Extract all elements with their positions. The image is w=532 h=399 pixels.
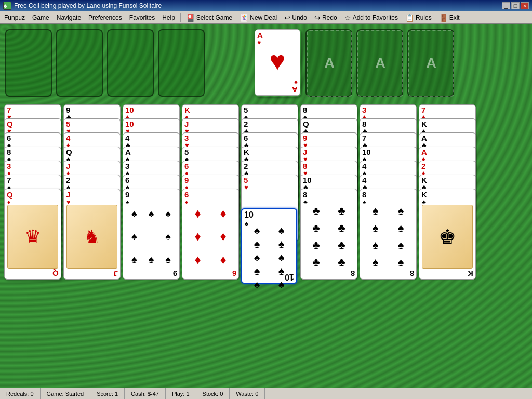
rules-button[interactable]: 📋 Rules bbox=[402, 12, 435, 23]
card3-9s-face[interactable]: 9 ♠ ♠♠♠ ♠♠ ♠♠♠ 9 bbox=[123, 189, 180, 280]
menu-help[interactable]: Help bbox=[159, 13, 178, 22]
status-waste: Waste: 0 bbox=[230, 388, 265, 399]
status-cash: Cash: $-47 bbox=[125, 388, 166, 399]
card6-8c-face[interactable]: 8 ♣ ♣♣♣♣♣♣♣♣ 8 bbox=[300, 189, 357, 280]
menu-favorites[interactable]: Favorites bbox=[126, 13, 158, 22]
column-3[interactable]: 10♦ 10♥ 4♣ A♠ 3♠ 6♠ 9 ♠ ♠♠♠ ♠♠ ♠♠♠ 9 bbox=[123, 104, 180, 323]
card5-10s-selected[interactable]: 10 ♠ ♠♠♠♠♠♠♠♠♠♠ 10 bbox=[241, 208, 297, 284]
menu-separator bbox=[180, 13, 181, 22]
star-icon: ☆ bbox=[344, 14, 351, 22]
freecell-slot-4[interactable] bbox=[158, 29, 205, 97]
window-controls[interactable]: _ □ × bbox=[502, 2, 529, 9]
foundation-slot-spades[interactable]: A bbox=[305, 29, 352, 97]
close-button[interactable]: × bbox=[521, 2, 529, 9]
exit-icon: 🚪 bbox=[439, 14, 448, 22]
freecell-area bbox=[5, 29, 205, 97]
column-8[interactable]: 7♦ K♠ A♣ A♦ 2♦ K♣ K ♣ ♚ K bbox=[419, 104, 476, 323]
title-bar: ♠ Free Cell being played by Lane using F… bbox=[0, 0, 532, 11]
column-6[interactable]: 8♠ Q♣ 9♥ J♥ 8♥ 10♣ 8 ♣ ♣♣♣♣♣♣♣♣ 8 bbox=[300, 104, 357, 323]
foundation-hearts-suit-top: ♥ bbox=[257, 39, 261, 46]
menu-bar: Funpuz Game Navigate Preferences Favorit… bbox=[0, 11, 532, 24]
foundation-hearts-rank: A bbox=[257, 31, 263, 39]
foundation-diamonds-placeholder: A bbox=[357, 30, 403, 97]
menu-preferences[interactable]: Preferences bbox=[85, 13, 125, 22]
card8-k-face[interactable]: K ♣ ♚ K bbox=[419, 189, 476, 280]
status-play: Play: 1 bbox=[166, 388, 196, 399]
window-title: Free Cell being played by Lane using Fun… bbox=[14, 2, 162, 9]
app-icon: ♠ bbox=[3, 2, 11, 10]
foundation-area: A ♥ ♥ A ♥ A A A bbox=[255, 29, 454, 97]
status-redeals: Redeals: 0 bbox=[0, 388, 41, 399]
redo-icon: ↪ bbox=[314, 14, 321, 22]
select-game-icon: 🎴 bbox=[186, 14, 195, 22]
column-1[interactable]: 7♥ Q♥ 6♠ 8♠ 3♦ 7♠ Q ♦ ♛ Q bbox=[4, 104, 61, 323]
card-qd-face[interactable]: Q ♦ ♛ Q bbox=[4, 189, 61, 280]
status-bar: Redeals: 0 Game: Started Score: 1 Cash: … bbox=[0, 388, 532, 399]
foundation-hearts-rank-bot: A bbox=[292, 85, 298, 94]
new-deal-button[interactable]: 🃏 New Deal bbox=[236, 12, 280, 23]
menu-navigate[interactable]: Navigate bbox=[54, 13, 84, 22]
game-area: A ♥ ♥ A ♥ A A A 7♥ Q♥ 6♠ 8♠ 3♦ 7♠ bbox=[0, 24, 532, 388]
card7-8s-face[interactable]: 8 ♠ ♠♠♠♠♠♠♠♠ 8 bbox=[360, 189, 417, 280]
redo-button[interactable]: ↪ Redo bbox=[311, 12, 340, 23]
freecell-slot-3[interactable] bbox=[107, 29, 154, 97]
card2-jh-face[interactable]: J ♥ ♞ J bbox=[63, 189, 121, 280]
exit-button[interactable]: 🚪 Exit bbox=[436, 12, 463, 23]
column-7[interactable]: 3♦ 8♣ 7♣ 10♠ 4♠ 4♣ 8 ♠ ♠♠♠♠♠♠♠♠ 8 bbox=[360, 104, 417, 323]
add-favorites-button[interactable]: ☆ Add to Favorites bbox=[341, 12, 401, 23]
freecell-slot-1[interactable] bbox=[5, 29, 52, 97]
column-5[interactable]: 5♠ 2♣ 6♣ K♣ 2♣ 5♥ 10 ♠ ♠♠♠♠♠♠♠♠♠♠ 10 bbox=[241, 104, 298, 338]
undo-button[interactable]: ↩ Undo bbox=[281, 12, 310, 23]
foundation-slot-diamonds[interactable]: A bbox=[356, 29, 403, 97]
freecell-slot-2[interactable] bbox=[56, 29, 103, 97]
card4-6d-face[interactable]: 6 ♦ ♦♦♦♦♦♦ 6 bbox=[182, 189, 239, 280]
foundation-slot-clubs[interactable]: A bbox=[407, 29, 454, 97]
undo-icon: ↩ bbox=[284, 14, 290, 22]
minimize-button[interactable]: _ bbox=[502, 2, 510, 9]
status-game: Game: Started bbox=[41, 388, 91, 399]
status-stock: Stock: 0 bbox=[196, 388, 230, 399]
new-deal-icon: 🃏 bbox=[240, 14, 248, 22]
foundation-spades-placeholder: A bbox=[307, 30, 352, 97]
select-game-button[interactable]: 🎴 Select Game bbox=[183, 12, 235, 23]
foundation-hearts-suit-bot: ♥ bbox=[294, 78, 298, 86]
menu-funpuz[interactable]: Funpuz bbox=[1, 13, 28, 22]
status-score: Score: 1 bbox=[90, 388, 125, 399]
column-2[interactable]: 9♣ 5♥ 4♦ Q♠ J♦ 2♠ J ♥ ♞ J bbox=[63, 104, 121, 323]
column-4[interactable]: K♦ J♥ 3♥ 5♠ 6♦ 9♦ 6 ♦ ♦♦♦♦♦♦ 6 bbox=[182, 104, 239, 323]
columns-area: 7♥ Q♥ 6♠ 8♠ 3♦ 7♠ Q ♦ ♛ Q 9♣ 5♥ 4♦ Q♠ J♦… bbox=[4, 104, 528, 338]
foundation-slot-hearts[interactable]: A ♥ ♥ A ♥ bbox=[255, 29, 301, 97]
maximize-button[interactable]: □ bbox=[511, 2, 520, 9]
rules-icon: 📋 bbox=[405, 14, 414, 22]
foundation-clubs-placeholder: A bbox=[408, 30, 454, 97]
menu-game[interactable]: Game bbox=[29, 13, 52, 22]
foundation-hearts-center: ♥ bbox=[270, 45, 286, 76]
